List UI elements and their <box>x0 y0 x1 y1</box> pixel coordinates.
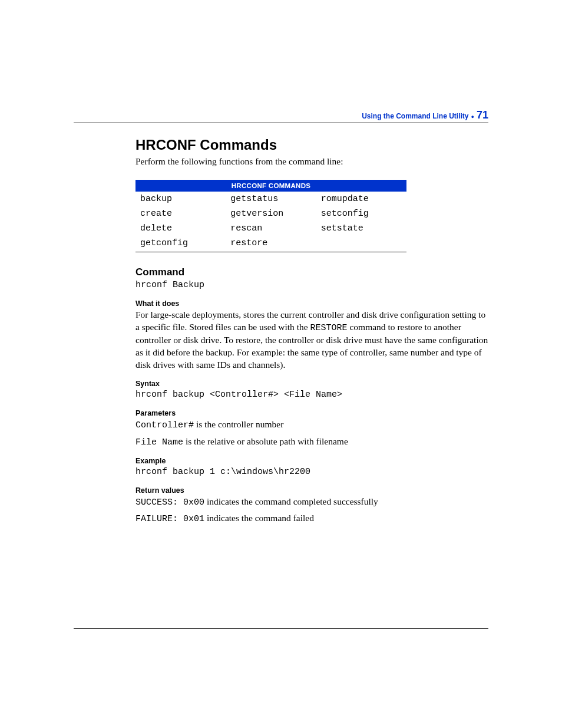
cmd-cell: getstatus <box>226 192 316 206</box>
table-row: getconfig restore <box>135 236 406 252</box>
commands-table: HRCCONF COMMANDS backup getstatus romupd… <box>135 180 406 252</box>
wid-code: RESTORE <box>310 323 348 333</box>
return-2: FAILURE: 0x01 indicates the command fail… <box>135 512 488 525</box>
cmd-cell: delete <box>135 221 226 236</box>
command-name: hrconf Backup <box>135 279 488 291</box>
syntax-heading: Syntax <box>135 380 488 388</box>
cmd-cell: rescan <box>226 221 316 236</box>
return-1: SUCCESS: 0x00 indicates the command comp… <box>135 496 488 509</box>
running-title: Using the Command Line Utility <box>362 112 468 120</box>
cmd-cell: restore <box>226 236 316 252</box>
example-value: hrconf backup 1 c:\windows\hr2200 <box>135 466 488 478</box>
what-it-does-body: For large-scale deployments, stores the … <box>135 309 488 371</box>
param-2-text: is the relative or absolute path with fi… <box>183 436 348 446</box>
cmd-cell: romupdate <box>316 192 406 206</box>
return-1-code: SUCCESS: 0x00 <box>135 498 204 508</box>
parameters-heading: Parameters <box>135 409 488 417</box>
param-1-code: Controller# <box>135 420 194 430</box>
return-1-text: indicates the command completed successf… <box>204 496 378 506</box>
table-header: HRCCONF COMMANDS <box>135 180 406 192</box>
bullet-icon: ● <box>471 114 474 120</box>
param-1: Controller# is the controller number <box>135 419 488 431</box>
syntax-value: hrconf backup <Controller#> <File Name> <box>135 389 488 401</box>
param-2-code: File Name <box>135 437 183 447</box>
header-rule <box>74 123 488 123</box>
param-1-text: is the controller number <box>194 419 283 429</box>
page: Using the Command Line Utility●71 HRCONF… <box>0 0 562 728</box>
cmd-cell: setconfig <box>316 206 406 221</box>
running-header: Using the Command Line Utility●71 <box>362 109 488 121</box>
page-title: HRCONF Commands <box>135 137 488 153</box>
param-2: File Name is the relative or absolute pa… <box>135 436 488 449</box>
table-row: delete rescan setstate <box>135 221 406 236</box>
what-it-does-heading: What it does <box>135 299 488 308</box>
page-number: 71 <box>477 109 488 121</box>
intro-text: Perform the following functions from the… <box>135 156 488 168</box>
cmd-cell: backup <box>135 192 226 206</box>
table-row: backup getstatus romupdate <box>135 192 406 206</box>
table-row: create getversion setconfig <box>135 206 406 221</box>
cmd-cell: getversion <box>226 206 316 221</box>
cmd-cell: create <box>135 206 226 221</box>
command-heading: Command <box>135 266 488 278</box>
cmd-cell: setstate <box>316 221 406 236</box>
example-heading: Example <box>135 457 488 465</box>
cmd-cell <box>316 236 406 252</box>
cmd-cell: getconfig <box>135 236 226 252</box>
return-values-heading: Return values <box>135 486 488 495</box>
return-2-code: FAILURE: 0x01 <box>135 514 204 524</box>
footer-rule <box>74 628 488 629</box>
return-2-text: indicates the command failed <box>204 513 314 523</box>
